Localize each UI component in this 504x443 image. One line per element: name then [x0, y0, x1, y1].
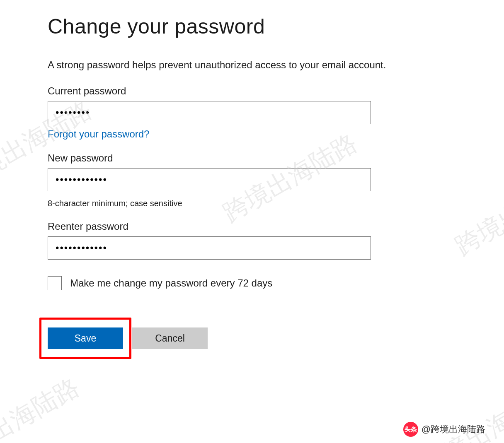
toutiao-icon: 头条 [403, 422, 418, 437]
new-password-label: New password [48, 152, 456, 164]
periodic-change-row: Make me change my password every 72 days [48, 276, 456, 290]
periodic-change-label[interactable]: Make me change my password every 72 days [70, 277, 272, 289]
watermark: 跨境出海陆路 [0, 371, 85, 443]
new-password-input[interactable] [48, 168, 371, 191]
button-row: Save Cancel [39, 327, 456, 349]
new-password-group: New password 8-character minimum; case s… [48, 152, 456, 208]
forgot-password-link[interactable]: Forgot your password? [48, 128, 149, 140]
attribution-handle: @跨境出海陆路 [422, 423, 485, 436]
reenter-password-group: Reenter password [48, 221, 456, 260]
current-password-input[interactable] [48, 101, 371, 124]
cancel-button[interactable]: Cancel [132, 327, 208, 349]
page-title: Change your password [48, 14, 456, 39]
current-password-group: Current password Forgot your password? [48, 85, 456, 140]
periodic-change-checkbox[interactable] [48, 276, 62, 290]
reenter-password-input[interactable] [48, 236, 371, 260]
reenter-password-label: Reenter password [48, 221, 456, 232]
description-text: A strong password helps prevent unauthor… [48, 59, 456, 71]
password-hint: 8-character minimum; case sensitive [48, 199, 456, 208]
save-button[interactable]: Save [48, 327, 123, 349]
current-password-label: Current password [48, 85, 456, 97]
attribution-bar: 头条 @跨境出海陆路 [403, 422, 485, 437]
change-password-form: Change your password A strong password h… [0, 0, 504, 349]
